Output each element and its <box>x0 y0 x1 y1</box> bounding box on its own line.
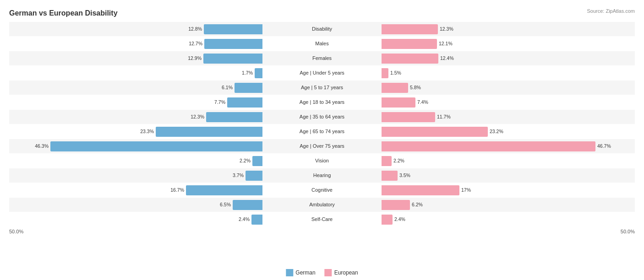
axis-label-left: 50.0% <box>9 229 23 234</box>
bar-row: Ambulatory6.5%6.2% <box>9 198 635 212</box>
bar-right <box>382 200 410 210</box>
bar-row: Males12.7%12.1% <box>9 37 635 51</box>
bar-label-center: Age | 5 to 17 years <box>262 85 382 90</box>
bar-row: Disability12.8%12.3% <box>9 22 635 36</box>
bar-right <box>382 97 415 108</box>
bar-value-right: 7.4% <box>417 99 428 105</box>
bar-value-left: 3.7% <box>233 172 244 178</box>
bar-label-center: Disability <box>262 26 382 32</box>
bar-right <box>382 83 408 93</box>
axis-label-right: 50.0% <box>621 229 635 234</box>
bar-row: Cognitive16.7%17% <box>9 183 635 197</box>
legend-german-box <box>286 269 293 276</box>
bar-row: Age | 35 to 64 years12.3%11.7% <box>9 110 635 124</box>
bar-value-right: 1.5% <box>390 70 401 75</box>
bar-value-left: 46.3% <box>35 143 49 149</box>
bar-left <box>204 24 262 34</box>
bar-value-right: 46.7% <box>597 143 611 149</box>
bar-value-right: 5.8% <box>410 85 421 90</box>
legend-european: European <box>325 269 358 276</box>
bar-left <box>252 156 262 166</box>
legend-german-label: German <box>295 269 315 276</box>
bar-value-right: 11.7% <box>437 114 451 119</box>
bar-right <box>382 24 438 34</box>
bar-label-center: Age | Under 5 years <box>262 70 382 75</box>
bar-label-center: Vision <box>262 158 382 163</box>
bar-value-left: 2.4% <box>239 216 250 222</box>
bar-label-center: Age | 18 to 34 years <box>262 99 382 105</box>
bar-right <box>382 171 398 181</box>
bar-right <box>382 39 437 49</box>
bar-right <box>382 127 488 137</box>
bar-value-right: 2.2% <box>393 158 404 163</box>
bar-left <box>251 215 262 225</box>
chart-area: Disability12.8%12.3%Males12.7%12.1%Femal… <box>9 22 635 242</box>
chart-container: German vs European Disability Source: Zi… <box>0 0 644 280</box>
bar-right <box>382 112 435 122</box>
bar-value-right: 17% <box>461 187 471 193</box>
bar-row: Age | Over 75 years46.3%46.7% <box>9 139 635 153</box>
bar-left <box>235 83 262 93</box>
legend: German European <box>286 269 358 276</box>
bar-right <box>382 156 392 166</box>
bar-value-left: 7.7% <box>214 99 225 105</box>
bar-value-left: 16.7% <box>170 187 184 193</box>
bar-value-right: 12.1% <box>439 41 453 46</box>
bar-value-right: 6.2% <box>412 202 423 207</box>
bar-left <box>255 68 262 78</box>
bar-value-left: 12.3% <box>191 114 204 119</box>
bar-row: Self-Care2.4%2.4% <box>9 212 635 226</box>
bar-left <box>186 185 262 195</box>
bar-value-right: 23.2% <box>490 129 503 134</box>
bar-value-right: 12.4% <box>440 55 454 61</box>
bar-label-center: Ambulatory <box>262 202 382 207</box>
bar-left <box>50 141 262 151</box>
bar-row: Females12.9%12.4% <box>9 51 635 65</box>
bar-value-left: 6.5% <box>220 202 231 207</box>
bar-row: Age | 65 to 74 years23.3%23.2% <box>9 124 635 139</box>
bar-row: Age | 5 to 17 years6.1%5.8% <box>9 81 635 95</box>
source-label: Source: ZipAtlas.com <box>587 8 635 14</box>
chart-title: German vs European Disability <box>9 9 635 17</box>
bar-left <box>204 39 262 49</box>
bar-value-left: 12.8% <box>188 26 202 32</box>
bar-right <box>382 215 393 225</box>
bar-label-center: Age | Over 75 years <box>262 143 382 149</box>
legend-european-label: European <box>334 269 358 276</box>
bar-label-center: Females <box>262 55 382 61</box>
bar-row: Vision2.2%2.2% <box>9 154 635 168</box>
bar-value-left: 12.9% <box>188 55 202 61</box>
bar-value-left: 2.2% <box>240 158 251 163</box>
bar-left <box>206 112 262 122</box>
bar-value-right: 3.5% <box>399 172 410 178</box>
bar-value-left: 23.3% <box>140 129 154 134</box>
bar-right <box>382 185 459 195</box>
legend-european-box <box>325 269 332 276</box>
bar-value-left: 12.7% <box>189 41 202 46</box>
axis-labels: 50.0%50.0% <box>9 227 635 234</box>
bar-value-right: 12.3% <box>440 26 453 32</box>
bar-left <box>233 200 262 210</box>
bar-left <box>203 54 262 64</box>
bar-label-center: Age | 65 to 74 years <box>262 129 382 134</box>
bar-label-center: Hearing <box>262 172 382 178</box>
bar-right <box>382 68 388 78</box>
legend-german: German <box>286 269 315 276</box>
bar-label-center: Males <box>262 41 382 46</box>
bar-right <box>382 141 595 151</box>
bar-label-center: Cognitive <box>262 187 382 193</box>
bar-row: Age | 18 to 34 years7.7%7.4% <box>9 95 635 109</box>
bar-value-right: 2.4% <box>394 216 405 222</box>
bar-row: Age | Under 5 years1.7%1.5% <box>9 66 635 80</box>
bar-value-left: 6.1% <box>222 85 233 90</box>
bar-label-center: Self-Care <box>262 216 382 222</box>
bar-left <box>227 97 262 108</box>
bar-label-center: Age | 35 to 64 years <box>262 114 382 119</box>
bar-left <box>246 171 262 181</box>
bar-value-left: 1.7% <box>242 70 253 75</box>
bar-left <box>156 127 262 137</box>
bar-right <box>382 54 438 64</box>
bar-row: Hearing3.7%3.5% <box>9 168 635 183</box>
